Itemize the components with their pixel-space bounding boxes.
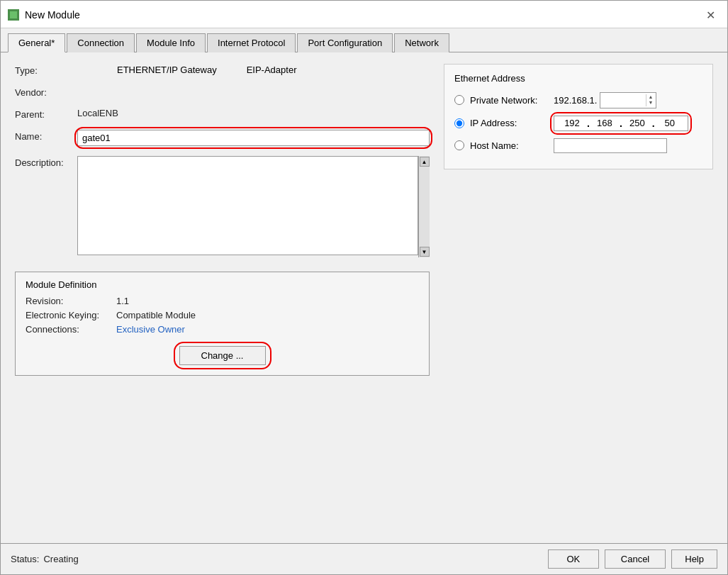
- revision-value: 1.1: [116, 296, 129, 306]
- change-button[interactable]: Change ...: [179, 346, 266, 365]
- name-label: Name:: [15, 130, 72, 142]
- ethernet-address-group: Ethernet Address Private Network: 192.16…: [444, 64, 713, 169]
- status-value: Creating: [43, 554, 78, 564]
- type-blurred2: [221, 65, 242, 75]
- ip-dot-2: .: [618, 118, 624, 129]
- type-text1: ETHERNET/IP Gateway: [117, 65, 217, 75]
- type-blurred1: [77, 65, 113, 75]
- title-bar-left: New Module: [8, 9, 80, 21]
- ip-fields-wrapper: . . .: [554, 116, 688, 131]
- tab-connection[interactable]: Connection: [67, 33, 135, 52]
- vendor-row: Vendor:: [15, 86, 430, 98]
- tab-content: Type: ETHERNET/IP Gateway EIP-Adapter Ve…: [1, 52, 727, 543]
- vendor-label: Vendor:: [15, 86, 72, 98]
- private-network-spin-input[interactable]: [603, 95, 646, 106]
- name-row: Name:: [15, 130, 430, 146]
- revision-label: Revision:: [26, 296, 111, 306]
- ip-seg-3[interactable]: [624, 118, 651, 128]
- type-row: Type: ETHERNET/IP Gateway EIP-Adapter: [15, 64, 430, 76]
- spin-up-arrow[interactable]: ▲: [648, 94, 653, 100]
- status-bar: Status: Creating OK Cancel Help: [1, 543, 727, 574]
- tab-general[interactable]: General*: [8, 33, 65, 52]
- change-btn-row: Change ...: [26, 346, 419, 365]
- window-title: New Module: [25, 9, 80, 21]
- hostname-input[interactable]: [554, 138, 667, 153]
- status-left: Status: Creating: [11, 554, 79, 564]
- tab-port-configuration[interactable]: Port Configuration: [297, 33, 393, 52]
- private-network-value: 192.168.1.: [554, 95, 597, 106]
- keying-label: Electronic Keying:: [26, 310, 111, 320]
- left-panel: Type: ETHERNET/IP Gateway EIP-Adapter Ve…: [15, 64, 430, 532]
- type-text2: EIP-Adapter: [247, 65, 297, 75]
- name-input[interactable]: [77, 130, 430, 146]
- cancel-button[interactable]: Cancel: [605, 549, 666, 569]
- connections-label: Connections:: [26, 324, 111, 335]
- action-buttons: OK Cancel Help: [548, 549, 717, 569]
- ethernet-title: Ethernet Address: [454, 73, 702, 84]
- scroll-up-arrow[interactable]: ▲: [420, 157, 430, 167]
- parent-label: Parent:: [15, 108, 72, 120]
- vendor-value: [77, 86, 113, 96]
- private-network-inputs: 192.168.1. ▲ ▼: [554, 92, 656, 108]
- private-network-row: Private Network: 192.168.1. ▲ ▼: [454, 92, 702, 108]
- ip-address-radio[interactable]: [454, 118, 464, 128]
- private-network-spinbox: ▲ ▼: [600, 92, 656, 108]
- window-icon: [8, 9, 19, 21]
- connections-value: Exclusive Owner: [116, 324, 185, 335]
- ok-button[interactable]: OK: [548, 549, 599, 569]
- description-label: Description:: [15, 156, 72, 257]
- ip-seg-4[interactable]: [656, 118, 683, 128]
- close-button[interactable]: ✕: [702, 6, 719, 23]
- keying-value: Compatible Module: [116, 310, 196, 320]
- ip-address-row: IP Address: . . .: [454, 116, 702, 131]
- type-label: Type:: [15, 64, 72, 76]
- title-bar: New Module ✕: [1, 1, 727, 28]
- tab-bar: General* Connection Module Info Internet…: [1, 28, 727, 52]
- module-def-title: Module Definition: [26, 279, 419, 290]
- tab-network[interactable]: Network: [394, 33, 449, 52]
- ip-address-inputs: . . .: [554, 116, 688, 131]
- keying-row: Electronic Keying: Compatible Module: [26, 310, 419, 320]
- dialog-window: New Module ✕ General* Connection Module …: [0, 0, 728, 575]
- connections-row: Connections: Exclusive Owner: [26, 324, 419, 335]
- name-input-wrapper: [77, 130, 430, 146]
- private-network-label: Private Network:: [470, 95, 548, 106]
- spin-down-arrow[interactable]: ▼: [648, 100, 653, 106]
- ip-seg-1[interactable]: [559, 118, 586, 128]
- host-name-row: Host Name:: [454, 138, 702, 153]
- tab-internet-protocol[interactable]: Internet Protocol: [207, 33, 296, 52]
- ip-seg-2[interactable]: [591, 118, 618, 128]
- ip-address-label: IP Address:: [470, 118, 548, 128]
- host-name-label: Host Name:: [470, 140, 548, 151]
- private-network-radio[interactable]: [454, 95, 464, 105]
- ip-dot-3: .: [651, 118, 656, 129]
- change-btn-wrapper: Change ...: [179, 346, 266, 365]
- main-area: Type: ETHERNET/IP Gateway EIP-Adapter Ve…: [15, 64, 713, 532]
- type-value: ETHERNET/IP Gateway EIP-Adapter: [77, 65, 296, 75]
- parent-value: LocalENB: [77, 108, 118, 118]
- parent-row: Parent: LocalENB: [15, 108, 430, 120]
- host-name-radio[interactable]: [454, 140, 464, 150]
- module-definition-box: Module Definition Revision: 1.1 Electron…: [15, 272, 430, 376]
- ip-dot-1: .: [586, 118, 591, 129]
- revision-row: Revision: 1.1: [26, 296, 419, 306]
- spinbox-arrows: ▲ ▼: [646, 94, 654, 106]
- description-textarea[interactable]: [77, 156, 418, 255]
- scroll-down-arrow[interactable]: ▼: [420, 247, 430, 257]
- description-textarea-wrapper: ▲ ▼: [77, 156, 430, 257]
- description-area: Description: ▲ ▼: [15, 156, 430, 257]
- scrollbar: ▲ ▼: [418, 156, 430, 257]
- status-label: Status:: [11, 554, 39, 564]
- help-button[interactable]: Help: [671, 549, 717, 569]
- tab-module-info[interactable]: Module Info: [136, 33, 206, 52]
- right-panel: Ethernet Address Private Network: 192.16…: [444, 64, 713, 532]
